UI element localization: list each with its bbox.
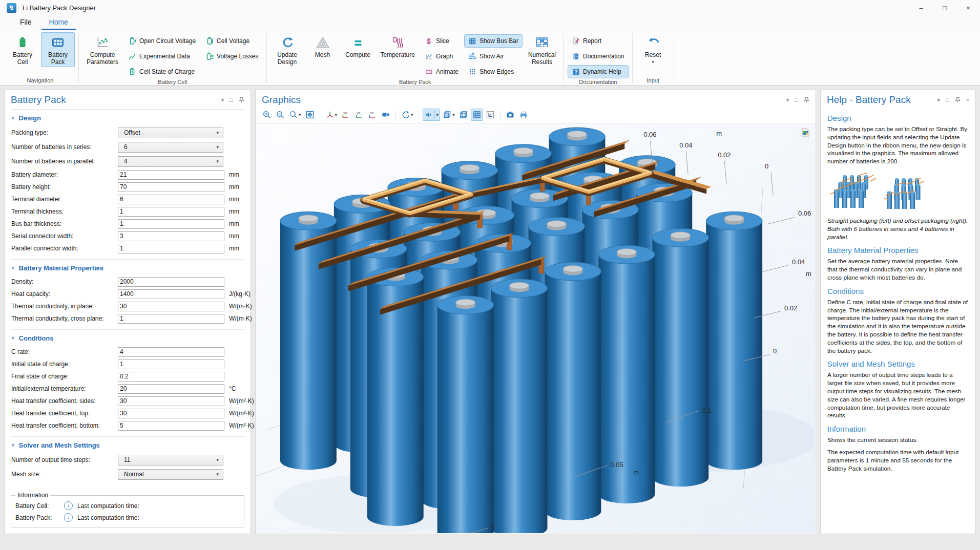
compute-button[interactable]: Compute <box>341 32 375 60</box>
menu-file[interactable]: File <box>12 15 39 30</box>
terminal-diameter-input[interactable] <box>118 195 224 204</box>
report-button[interactable]: Report <box>568 34 629 48</box>
update-design-button[interactable]: Update Design <box>270 32 304 67</box>
show-edges-toggle[interactable]: Show Edges <box>464 65 523 78</box>
scene-light-toggle[interactable]: ▾ <box>423 109 441 121</box>
battery-diameter-input[interactable] <box>118 170 224 180</box>
final-soc-input[interactable] <box>118 372 224 382</box>
show-air-toggle[interactable]: Show Air <box>464 50 523 63</box>
panel-menu-icon[interactable]: ▾ <box>937 97 940 103</box>
xy-view-button[interactable]: xy <box>340 109 352 121</box>
mesh-button[interactable]: Mesh <box>306 32 340 60</box>
panel-float-icon[interactable]: □ <box>230 97 233 103</box>
xz-view-button[interactable]: xz <box>366 109 379 121</box>
serial-connector-width-input[interactable] <box>118 231 224 241</box>
offset-packaging-thumbnail <box>882 174 927 215</box>
graph-button[interactable]: Graph <box>421 50 463 63</box>
pin-icon[interactable] <box>239 97 244 103</box>
maximize-button[interactable]: □ <box>933 0 956 15</box>
snapshot-button[interactable] <box>504 109 516 121</box>
thermal-conductivity-cross-plane-input[interactable] <box>118 314 224 324</box>
graphics-canvas[interactable]: 0.06 0.04 m 0.02 0 0.06 0.04 m 0.02 0 0.… <box>256 123 815 533</box>
section-conditions[interactable]: ∨ Conditions <box>5 330 251 346</box>
group-label-battery-cell: Battery Cell <box>82 78 263 87</box>
initial-external-temperature-input[interactable] <box>118 384 224 394</box>
close-button[interactable]: × <box>956 0 980 15</box>
information-legend: Information <box>15 492 50 499</box>
density-input[interactable] <box>118 277 224 287</box>
bus-bar-thickness-input[interactable] <box>118 219 224 229</box>
open-circuit-voltage-button[interactable]: Open Circuit Voltage <box>124 34 200 48</box>
svg-text:0.1: 0.1 <box>702 407 712 414</box>
yz-view-button[interactable]: yz <box>353 109 365 121</box>
cell-state-of-charge-button[interactable]: Cell State of Charge <box>124 65 200 78</box>
compute-parameters-button[interactable]: Compute Parameters <box>82 32 122 67</box>
panel-menu-icon[interactable]: ▾ <box>221 97 224 103</box>
form-row: Heat transfer coefficient, top: W/(m²·K) <box>5 407 251 419</box>
wireframe-button[interactable] <box>457 109 470 121</box>
packing-type-dropdown[interactable]: Offset▾ <box>118 128 223 138</box>
show-axes-button[interactable] <box>484 109 496 121</box>
zoom-extents-button[interactable] <box>304 109 316 121</box>
printer-icon <box>519 110 528 119</box>
dynamic-help-toggle[interactable]: ? Dynamic Help <box>568 65 629 78</box>
chevron-down-icon: ∨ <box>11 442 15 448</box>
section-design[interactable]: ∨ Design <box>5 110 251 125</box>
print-button[interactable] <box>517 109 530 121</box>
zoom-box-button[interactable]: ▾ <box>287 109 303 121</box>
battery-pack-button[interactable]: Battery Pack <box>41 32 75 67</box>
parallel-connector-width-input[interactable] <box>118 244 224 253</box>
pin-icon[interactable] <box>804 97 809 103</box>
show-edges-icon <box>468 68 476 76</box>
experimental-data-button[interactable]: Experimental Data <box>124 50 200 63</box>
batteries-in-parallel-dropdown[interactable]: 4▾ <box>118 156 223 167</box>
battery-height-input[interactable] <box>118 182 224 192</box>
minimize-button[interactable]: – <box>909 0 933 15</box>
output-time-steps-dropdown[interactable]: 11▾ <box>118 455 223 466</box>
pin-icon[interactable] <box>955 97 961 103</box>
c-rate-input[interactable] <box>118 347 224 357</box>
group-label-documentation: Documentation <box>568 78 629 87</box>
heat-transfer-top-input[interactable] <box>118 409 224 418</box>
heat-transfer-bottom-input[interactable] <box>118 421 224 431</box>
mesh-size-dropdown[interactable]: Normal▾ <box>118 469 223 480</box>
close-icon[interactable]: × <box>966 97 969 103</box>
batteries-in-series-dropdown[interactable]: 6▾ <box>118 142 223 153</box>
animate-button[interactable]: Animate <box>421 65 463 78</box>
panel-menu-icon[interactable]: ▾ <box>786 97 789 103</box>
rotate-button[interactable]: ▾ <box>400 109 415 121</box>
numerical-results-button[interactable]: Numerical Results <box>524 32 560 67</box>
window-controls: – □ × <box>909 0 980 15</box>
temperature-button[interactable]: Temperature <box>377 32 419 60</box>
battery-cell-button[interactable]: Battery Cell <box>6 32 39 67</box>
zoom-in-button[interactable] <box>261 109 273 121</box>
terminal-thickness-input[interactable] <box>118 207 224 217</box>
voltage-losses-button[interactable]: Voltage Losses <box>201 50 262 63</box>
show-grid-toggle[interactable] <box>471 109 483 121</box>
thermal-conductivity-in-plane-input[interactable] <box>118 302 224 311</box>
heat-transfer-sides-input[interactable] <box>118 396 224 406</box>
documentation-button[interactable]: Documentation <box>568 50 629 63</box>
reset-button[interactable]: Reset ▾ <box>636 32 670 66</box>
panel-float-icon[interactable]: □ <box>795 97 798 103</box>
heat-capacity-input[interactable] <box>118 289 224 299</box>
scene-camera-button[interactable] <box>380 109 392 121</box>
show-bus-bar-toggle[interactable]: Show Bus Bar <box>464 34 523 48</box>
section-solver-and-mesh[interactable]: ∨ Solver and Mesh Settings <box>5 437 251 453</box>
section-battery-material-properties[interactable]: ∨ Battery Material Properties <box>5 260 251 276</box>
slice-button[interactable]: Slice <box>421 34 463 48</box>
svg-text:xz: xz <box>370 111 374 115</box>
plot-context-icon[interactable] <box>801 128 810 139</box>
menu-home[interactable]: Home <box>41 15 76 30</box>
transparency-button[interactable]: ▾ <box>441 109 456 121</box>
zoom-out-button[interactable] <box>274 109 286 121</box>
panel-float-icon[interactable]: □ <box>946 97 949 103</box>
straight-packaging-thumbnail <box>827 170 879 215</box>
chevron-down-icon: ▾ <box>335 113 338 117</box>
default-view-button[interactable]: ▾ <box>324 109 339 121</box>
info-row-battery-pack: Battery Pack: i Last computation time: <box>15 512 240 523</box>
open-circuit-voltage-icon <box>128 37 136 45</box>
cell-voltage-button[interactable]: Cell Voltage <box>201 34 262 48</box>
initial-soc-input[interactable] <box>118 359 224 369</box>
svg-text:0.02: 0.02 <box>718 151 731 159</box>
